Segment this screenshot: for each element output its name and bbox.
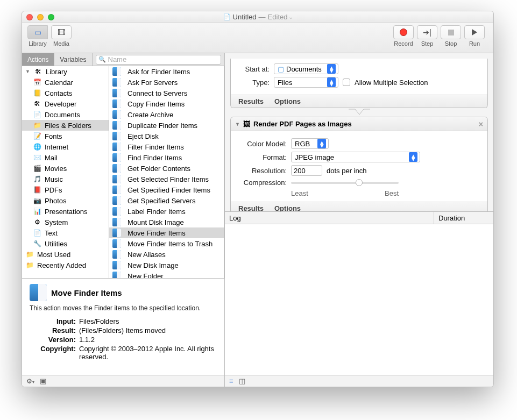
finder-icon: [112, 250, 121, 259]
window-title: Untitled: [233, 13, 257, 21]
chevron-down-icon[interactable]: ⌵: [289, 15, 292, 20]
library-item[interactable]: 📁Recently Added: [22, 260, 109, 270]
library-item[interactable]: 📄Text: [22, 227, 109, 238]
resolution-input[interactable]: 200: [291, 165, 322, 176]
library-item[interactable]: 🎬Movies: [22, 163, 109, 174]
finder-icon: [112, 99, 121, 108]
action-list-item[interactable]: Copy Finder Items: [109, 98, 224, 109]
disclosure-icon: ▼: [25, 69, 31, 74]
library-item[interactable]: 🛠Developer: [22, 98, 109, 109]
library-item[interactable]: 📊Presentations: [22, 206, 109, 217]
library-item[interactable]: 📕PDFs: [22, 184, 109, 195]
category-icon: 📄: [33, 229, 41, 237]
finder-icon: [112, 164, 121, 173]
action-list-item[interactable]: Connect to Servers: [109, 88, 224, 98]
action-list-item[interactable]: Label Finder Items: [109, 206, 224, 217]
action-list-item[interactable]: Get Selected Finder Items: [109, 174, 224, 184]
tab-actions[interactable]: Actions: [22, 53, 54, 66]
finder-icon: [112, 207, 121, 216]
run-button[interactable]: [464, 25, 485, 39]
action-list-item[interactable]: Eject Disk: [109, 131, 224, 141]
format-select[interactable]: JPEG image ▴▾: [291, 152, 420, 162]
library-icon: ▭: [34, 28, 41, 37]
action-list-item[interactable]: Filter Finder Items: [109, 141, 224, 152]
tab-variables[interactable]: Variables: [54, 53, 92, 66]
library-toggle-button[interactable]: ▭: [27, 25, 48, 39]
record-button[interactable]: [393, 25, 414, 39]
action-list-item[interactable]: Get Folder Contents: [109, 163, 224, 174]
preview-icon: 🖼: [243, 120, 250, 128]
action-list-item[interactable]: Find Finder Items: [109, 152, 224, 163]
action-list-item[interactable]: Mount Disk Image: [109, 217, 224, 227]
close-action-button[interactable]: ×: [479, 120, 483, 129]
type-select[interactable]: Files ▴▾: [274, 77, 338, 88]
library-item[interactable]: 📁Files & Folders: [22, 120, 109, 131]
colormodel-select[interactable]: RGB ▴▾: [291, 138, 329, 149]
action-list-item[interactable]: Move Finder Items: [109, 227, 224, 238]
options-button[interactable]: Options: [274, 204, 301, 211]
disclosure-icon[interactable]: ▼: [235, 122, 240, 127]
library-item[interactable]: 📁Most Used: [22, 249, 109, 260]
action-list-item[interactable]: New Folder: [109, 270, 224, 278]
step-button[interactable]: ➔|: [417, 25, 437, 39]
titlebar: 📄 Untitled — Edited ⌵: [22, 11, 493, 23]
icon-view-icon[interactable]: ◫: [239, 377, 245, 385]
info-key: Copyright:: [30, 345, 79, 361]
allow-multiple-checkbox[interactable]: [343, 79, 350, 86]
action-list-item[interactable]: Ask For Servers: [109, 77, 224, 88]
step-icon: ➔|: [423, 28, 431, 37]
library-item[interactable]: 🌐Internet: [22, 141, 109, 152]
finder-icon: [112, 239, 121, 248]
category-icon: 📷: [33, 196, 41, 205]
action-list-item[interactable]: Move Finder Items to Trash: [109, 238, 224, 249]
finder-icon: [112, 175, 121, 183]
finder-icon: [112, 110, 121, 119]
category-icon: 📁: [33, 121, 41, 130]
duration-column[interactable]: Duration: [434, 212, 493, 224]
library-item[interactable]: ⚙︎System: [22, 217, 109, 227]
document-icon: 📄: [223, 13, 231, 20]
media-button[interactable]: 🎞: [51, 25, 72, 39]
library-item[interactable]: 📝Fonts: [22, 131, 109, 141]
finder-icon: [112, 121, 121, 130]
library-item[interactable]: ✉️Mail: [22, 152, 109, 163]
play-icon: [472, 29, 477, 35]
results-button[interactable]: Results: [238, 97, 264, 105]
action-list-item[interactable]: Duplicate Finder Items: [109, 120, 224, 131]
results-button[interactable]: Results: [238, 204, 264, 211]
library-item[interactable]: 📒Contacts: [22, 88, 109, 98]
log-column[interactable]: Log: [225, 212, 434, 224]
action-list-item[interactable]: Create Archive: [109, 109, 224, 120]
compression-slider[interactable]: [291, 182, 399, 184]
action-list-item[interactable]: New Disk Image: [109, 260, 224, 270]
library-item[interactable]: 📄Documents: [22, 109, 109, 120]
action-list-item[interactable]: New Aliases: [109, 249, 224, 260]
options-button[interactable]: Options: [274, 97, 301, 105]
info-key: Result:: [30, 326, 79, 334]
library-item[interactable]: 📅Calendar: [22, 77, 109, 88]
library-column: ▼🛠Library📅Calendar📒Contacts🛠Developer📄Do…: [22, 66, 109, 278]
actions-column: Ask for Finder ItemsAsk For ServersConne…: [109, 66, 224, 278]
stop-button[interactable]: [441, 25, 461, 39]
finder-icon: [112, 261, 121, 269]
library-item[interactable]: 📷Photos: [22, 195, 109, 206]
start-at-select[interactable]: ▢ Documents ▴▾: [274, 63, 338, 74]
finder-icon: [112, 218, 121, 226]
library-item[interactable]: 🎵Music: [22, 174, 109, 184]
action-list-item[interactable]: Get Specified Finder Items: [109, 184, 224, 195]
action-list-item[interactable]: Ask for Finder Items: [109, 66, 224, 77]
category-icon: 📁: [25, 250, 34, 259]
category-icon: 📒: [33, 89, 41, 97]
action-list-item[interactable]: Get Specified Servers: [109, 195, 224, 206]
toggle-bottom-icon[interactable]: ▣: [40, 377, 46, 385]
library-item[interactable]: 🔧Utilities: [22, 238, 109, 249]
library-item[interactable]: ▼🛠Library: [22, 66, 109, 77]
category-icon: ✉️: [33, 153, 41, 162]
info-value: (Files/Folders) Items moved: [79, 326, 217, 334]
category-icon: 📕: [33, 186, 41, 194]
search-input[interactable]: 🔍 Name: [96, 55, 222, 65]
gear-icon[interactable]: ⚙︎▾: [26, 378, 34, 385]
log-area: [225, 224, 493, 375]
finder-icon: [112, 78, 121, 87]
list-view-icon[interactable]: ≡: [229, 377, 233, 385]
